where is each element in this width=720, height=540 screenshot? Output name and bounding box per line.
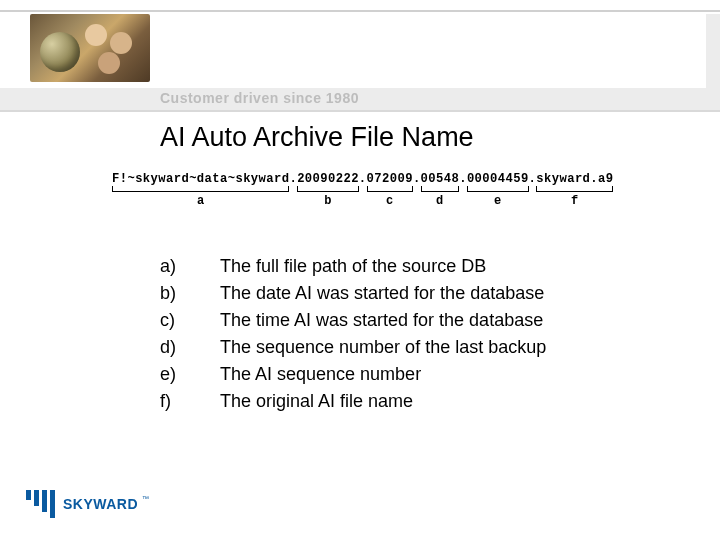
def-row-f: f) The original AI file name — [160, 391, 546, 412]
filename-seg-a: F!~skyward~data~skyward a — [112, 172, 289, 190]
filename-seg-f: skyward.a9 f — [536, 172, 613, 190]
filename-breakdown: F!~skyward~data~skyward a . 20090222 b .… — [112, 172, 632, 190]
definitions-list: a) The full file path of the source DB b… — [160, 256, 546, 418]
def-label: f) — [160, 391, 220, 412]
divider-below-header — [0, 110, 720, 112]
filename-seg-b-text: 20090222 — [297, 172, 359, 186]
header-sub-band: Customer driven since 1980 — [0, 88, 720, 110]
def-row-a: a) The full file path of the source DB — [160, 256, 546, 277]
filename-seg-d: 00548 d — [421, 172, 460, 190]
def-text: The full file path of the source DB — [220, 256, 486, 277]
filename-seg-a-text: F!~skyward~data~skyward — [112, 172, 289, 186]
filename-letter-c: c — [386, 194, 394, 208]
person-icon — [98, 52, 120, 74]
def-text: The AI sequence number — [220, 364, 421, 385]
filename-seg-f-text: skyward.a9 — [536, 172, 613, 186]
dot: . — [359, 172, 367, 186]
filename-letter-f: f — [571, 194, 579, 208]
filename-seg-e: 00004459 e — [467, 172, 529, 190]
def-row-d: d) The sequence number of the last backu… — [160, 337, 546, 358]
filename-letter-e: e — [494, 194, 502, 208]
def-label: d) — [160, 337, 220, 358]
person-icon — [110, 32, 132, 54]
divider-top — [0, 10, 720, 12]
person-icon — [85, 24, 107, 46]
filename-letter-b: b — [324, 194, 332, 208]
def-label: a) — [160, 256, 220, 277]
dot: . — [529, 172, 537, 186]
header-right-cap — [706, 14, 720, 88]
filename-seg-d-text: 00548 — [421, 172, 460, 186]
def-row-e: e) The AI sequence number — [160, 364, 546, 385]
def-label: e) — [160, 364, 220, 385]
filename-seg-c-text: 072009 — [367, 172, 413, 186]
filename-seg-e-text: 00004459 — [467, 172, 529, 186]
def-row-b: b) The date AI was started for the datab… — [160, 283, 546, 304]
skyward-logo: SKYWARD ™ — [26, 490, 149, 518]
logo-stripes-icon — [26, 490, 55, 518]
filename-seg-b: 20090222 b — [297, 172, 359, 190]
dot: . — [413, 172, 421, 186]
def-row-c: c) The time AI was started for the datab… — [160, 310, 546, 331]
page-title: AI Auto Archive File Name — [160, 122, 474, 153]
def-text: The original AI file name — [220, 391, 413, 412]
dot: . — [289, 172, 297, 186]
dot: . — [459, 172, 467, 186]
trademark-icon: ™ — [142, 495, 149, 502]
def-text: The date AI was started for the database — [220, 283, 544, 304]
top-strip — [0, 0, 720, 10]
header-photo — [30, 14, 150, 82]
logo-word: SKYWARD — [63, 496, 138, 512]
filename-letter-a: a — [197, 194, 205, 208]
globe-icon — [40, 32, 80, 72]
def-label: b) — [160, 283, 220, 304]
filename-seg-c: 072009 c — [367, 172, 413, 190]
def-text: The time AI was started for the database — [220, 310, 543, 331]
filename-letter-d: d — [436, 194, 444, 208]
def-label: c) — [160, 310, 220, 331]
tagline: Customer driven since 1980 — [160, 90, 359, 106]
def-text: The sequence number of the last backup — [220, 337, 546, 358]
